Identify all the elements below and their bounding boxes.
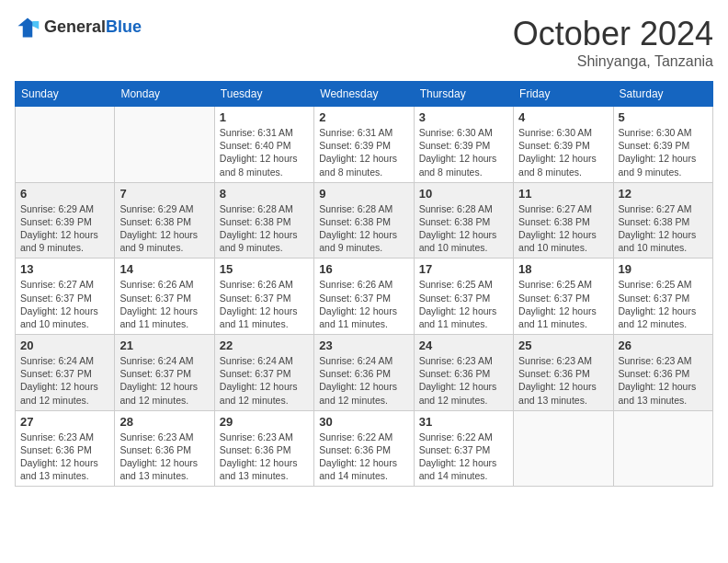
day-info: Sunrise: 6:29 AM Sunset: 6:38 PM Dayligh… xyxy=(119,202,209,255)
day-number: 14 xyxy=(119,262,209,276)
day-info: Sunrise: 6:28 AM Sunset: 6:38 PM Dayligh… xyxy=(319,202,408,255)
day-number: 19 xyxy=(619,262,708,276)
day-info: Sunrise: 6:23 AM Sunset: 6:36 PM Dayligh… xyxy=(20,431,109,483)
calendar-table: SundayMondayTuesdayWednesdayThursdayFrid… xyxy=(15,81,713,487)
calendar-day-cell: 24Sunrise: 6:23 AM Sunset: 6:36 PM Dayli… xyxy=(414,335,513,411)
calendar-day-cell xyxy=(613,410,712,487)
calendar-day-cell: 30Sunrise: 6:22 AM Sunset: 6:36 PM Dayli… xyxy=(314,410,414,487)
day-number: 17 xyxy=(419,262,508,276)
day-number: 29 xyxy=(220,415,309,429)
day-info: Sunrise: 6:31 AM Sunset: 6:39 PM Dayligh… xyxy=(319,126,408,178)
day-number: 26 xyxy=(619,339,708,352)
day-number: 13 xyxy=(20,262,109,276)
svg-marker-0 xyxy=(18,18,38,38)
calendar-day-cell: 9Sunrise: 6:28 AM Sunset: 6:38 PM Daylig… xyxy=(314,182,414,259)
calendar-day-cell: 16Sunrise: 6:26 AM Sunset: 6:37 PM Dayli… xyxy=(314,259,414,335)
day-info: Sunrise: 6:28 AM Sunset: 6:38 PM Dayligh… xyxy=(419,202,508,255)
calendar-day-cell: 15Sunrise: 6:26 AM Sunset: 6:37 PM Dayli… xyxy=(214,259,313,335)
logo-text: GeneralBlue xyxy=(44,18,142,37)
day-info: Sunrise: 6:24 AM Sunset: 6:37 PM Dayligh… xyxy=(220,354,309,407)
day-info: Sunrise: 6:27 AM Sunset: 6:38 PM Dayligh… xyxy=(518,202,608,255)
calendar-day-cell: 5Sunrise: 6:30 AM Sunset: 6:39 PM Daylig… xyxy=(613,107,712,183)
day-info: Sunrise: 6:23 AM Sunset: 6:36 PM Dayligh… xyxy=(220,431,309,483)
logo-icon xyxy=(15,15,40,40)
calendar-week-row: 13Sunrise: 6:27 AM Sunset: 6:37 PM Dayli… xyxy=(16,259,713,335)
day-number: 12 xyxy=(619,187,708,201)
weekday-header-sunday: Sunday xyxy=(16,82,115,107)
calendar-week-row: 1Sunrise: 6:31 AM Sunset: 6:40 PM Daylig… xyxy=(16,107,713,183)
day-number: 15 xyxy=(220,262,309,276)
calendar-week-row: 27Sunrise: 6:23 AM Sunset: 6:36 PM Dayli… xyxy=(16,410,713,487)
day-number: 31 xyxy=(419,415,508,429)
day-number: 28 xyxy=(119,415,209,429)
day-number: 7 xyxy=(119,187,209,201)
calendar-day-cell: 23Sunrise: 6:24 AM Sunset: 6:36 PM Dayli… xyxy=(314,335,414,411)
calendar-day-cell: 26Sunrise: 6:23 AM Sunset: 6:36 PM Dayli… xyxy=(613,335,712,411)
day-info: Sunrise: 6:22 AM Sunset: 6:36 PM Dayligh… xyxy=(319,431,408,483)
calendar-day-cell: 25Sunrise: 6:23 AM Sunset: 6:36 PM Dayli… xyxy=(514,335,613,411)
calendar-day-cell xyxy=(16,107,115,183)
day-info: Sunrise: 6:31 AM Sunset: 6:40 PM Dayligh… xyxy=(220,126,309,178)
day-info: Sunrise: 6:24 AM Sunset: 6:37 PM Dayligh… xyxy=(119,354,209,407)
day-number: 30 xyxy=(319,415,408,429)
day-info: Sunrise: 6:22 AM Sunset: 6:37 PM Dayligh… xyxy=(419,431,508,483)
day-info: Sunrise: 6:23 AM Sunset: 6:36 PM Dayligh… xyxy=(119,431,209,483)
day-number: 1 xyxy=(220,110,309,124)
location-subtitle: Shinyanga, Tanzania xyxy=(513,53,713,70)
calendar-day-cell: 19Sunrise: 6:25 AM Sunset: 6:37 PM Dayli… xyxy=(613,259,712,335)
calendar-day-cell: 1Sunrise: 6:31 AM Sunset: 6:40 PM Daylig… xyxy=(214,107,313,183)
day-number: 24 xyxy=(419,339,508,352)
day-info: Sunrise: 6:25 AM Sunset: 6:37 PM Dayligh… xyxy=(518,278,608,330)
day-number: 23 xyxy=(319,339,408,352)
day-number: 10 xyxy=(419,187,508,201)
weekday-header-monday: Monday xyxy=(115,82,214,107)
day-info: Sunrise: 6:25 AM Sunset: 6:37 PM Dayligh… xyxy=(419,278,508,330)
day-info: Sunrise: 6:26 AM Sunset: 6:37 PM Dayligh… xyxy=(220,278,309,330)
calendar-day-cell: 21Sunrise: 6:24 AM Sunset: 6:37 PM Dayli… xyxy=(115,335,214,411)
weekday-header-tuesday: Tuesday xyxy=(214,82,313,107)
logo: GeneralBlue xyxy=(15,15,142,40)
day-info: Sunrise: 6:23 AM Sunset: 6:36 PM Dayligh… xyxy=(518,354,608,407)
day-number: 3 xyxy=(419,110,508,124)
calendar-day-cell: 11Sunrise: 6:27 AM Sunset: 6:38 PM Dayli… xyxy=(514,182,613,259)
weekday-header-saturday: Saturday xyxy=(613,82,712,107)
day-info: Sunrise: 6:29 AM Sunset: 6:39 PM Dayligh… xyxy=(20,202,109,255)
calendar-day-cell xyxy=(514,410,613,487)
day-info: Sunrise: 6:23 AM Sunset: 6:36 PM Dayligh… xyxy=(619,354,708,407)
weekday-header-wednesday: Wednesday xyxy=(314,82,414,107)
calendar-day-cell: 8Sunrise: 6:28 AM Sunset: 6:38 PM Daylig… xyxy=(214,182,313,259)
day-number: 18 xyxy=(518,262,608,276)
day-info: Sunrise: 6:30 AM Sunset: 6:39 PM Dayligh… xyxy=(518,126,608,178)
calendar-day-cell: 29Sunrise: 6:23 AM Sunset: 6:36 PM Dayli… xyxy=(214,410,313,487)
calendar-day-cell: 14Sunrise: 6:26 AM Sunset: 6:37 PM Dayli… xyxy=(115,259,214,335)
calendar-day-cell: 4Sunrise: 6:30 AM Sunset: 6:39 PM Daylig… xyxy=(514,107,613,183)
calendar-day-cell: 28Sunrise: 6:23 AM Sunset: 6:36 PM Dayli… xyxy=(115,410,214,487)
svg-marker-1 xyxy=(32,21,39,29)
calendar-day-cell: 17Sunrise: 6:25 AM Sunset: 6:37 PM Dayli… xyxy=(414,259,513,335)
day-info: Sunrise: 6:23 AM Sunset: 6:36 PM Dayligh… xyxy=(419,354,508,407)
day-number: 22 xyxy=(220,339,309,352)
day-info: Sunrise: 6:27 AM Sunset: 6:37 PM Dayligh… xyxy=(20,278,109,330)
calendar-week-row: 20Sunrise: 6:24 AM Sunset: 6:37 PM Dayli… xyxy=(16,335,713,411)
day-number: 2 xyxy=(319,110,408,124)
day-info: Sunrise: 6:26 AM Sunset: 6:37 PM Dayligh… xyxy=(119,278,209,330)
day-number: 9 xyxy=(319,187,408,201)
day-number: 5 xyxy=(619,110,708,124)
day-number: 8 xyxy=(220,187,309,201)
calendar-day-cell: 6Sunrise: 6:29 AM Sunset: 6:39 PM Daylig… xyxy=(16,182,115,259)
day-number: 4 xyxy=(518,110,608,124)
calendar-day-cell: 10Sunrise: 6:28 AM Sunset: 6:38 PM Dayli… xyxy=(414,182,513,259)
calendar-day-cell: 7Sunrise: 6:29 AM Sunset: 6:38 PM Daylig… xyxy=(115,182,214,259)
day-number: 16 xyxy=(319,262,408,276)
day-info: Sunrise: 6:25 AM Sunset: 6:37 PM Dayligh… xyxy=(619,278,708,330)
calendar-day-cell xyxy=(115,107,214,183)
day-info: Sunrise: 6:27 AM Sunset: 6:38 PM Dayligh… xyxy=(619,202,708,255)
page-header: GeneralBlue October 2024 Shinyanga, Tanz… xyxy=(15,15,713,70)
calendar-day-cell: 3Sunrise: 6:30 AM Sunset: 6:39 PM Daylig… xyxy=(414,107,513,183)
day-number: 20 xyxy=(20,339,109,352)
day-info: Sunrise: 6:28 AM Sunset: 6:38 PM Dayligh… xyxy=(220,202,309,255)
month-title: October 2024 xyxy=(513,15,713,53)
day-info: Sunrise: 6:30 AM Sunset: 6:39 PM Dayligh… xyxy=(619,126,708,178)
weekday-header-friday: Friday xyxy=(514,82,613,107)
day-number: 25 xyxy=(518,339,608,352)
